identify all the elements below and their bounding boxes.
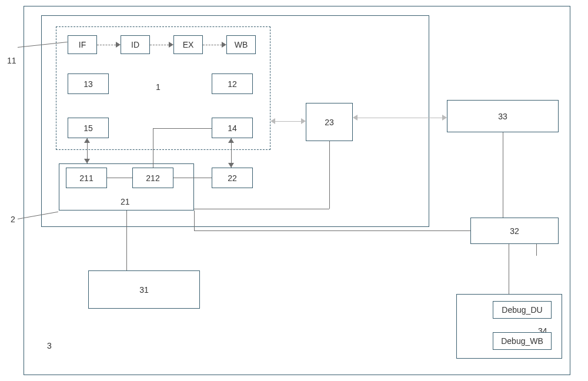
conn-212-14-v (153, 128, 153, 168)
arrow-if-id (97, 45, 116, 45)
conn-21-down-short (194, 210, 195, 231)
conn-23-33 (358, 118, 442, 118)
ah-21-down (84, 159, 90, 163)
conn-211-212 (107, 178, 132, 178)
conn-21-right (194, 209, 329, 209)
arrowhead-ex-wb (222, 42, 226, 48)
label-1: 1 (156, 82, 161, 92)
cell-15: 15 (68, 118, 109, 138)
label-3: 3 (47, 341, 52, 350)
cell-32: 32 (470, 218, 559, 244)
arrowhead-if-id (116, 42, 121, 48)
stage-id: ID (121, 35, 150, 54)
conn-32-34 (509, 244, 509, 294)
cell-212: 212 (132, 168, 173, 188)
stage-if: IF (68, 35, 97, 54)
conn-1-23 (275, 121, 301, 122)
conn-21-31 (126, 210, 127, 270)
conn-212-14-h (153, 128, 212, 129)
cell-debug-wb: Debug_WB (493, 332, 552, 350)
stage-ex: EX (173, 35, 203, 54)
stage-wb: WB (226, 35, 256, 54)
ah-23l (353, 115, 358, 121)
arrow-ex-wb (203, 45, 222, 45)
label-2: 2 (11, 215, 15, 224)
conn-23-down (329, 141, 330, 209)
ah-33r (442, 115, 447, 121)
cell-211: 211 (66, 168, 107, 188)
ah-15-up (84, 138, 90, 143)
cell-33: 33 (447, 100, 559, 132)
cell-23: 23 (306, 103, 353, 141)
cell-debug-du: Debug_DU (493, 301, 552, 319)
label-11: 11 (7, 56, 16, 65)
ah-1-left (270, 118, 275, 124)
ah-14-up (228, 138, 234, 143)
cell-13: 13 (68, 73, 109, 94)
diagram-canvas: 3 1 IF ID EX WB 13 12 15 14 21 211 212 2… (0, 0, 588, 381)
conn-32-21-h (194, 230, 470, 231)
label-21: 21 (121, 197, 130, 206)
conn-32-short (536, 244, 537, 256)
conn-33-32 (503, 132, 503, 218)
ah-23-right (301, 118, 306, 124)
ah-22-down (228, 163, 234, 168)
arrow-id-ex (150, 45, 169, 45)
cell-22: 22 (212, 168, 253, 188)
cell-14: 14 (212, 118, 253, 138)
conn-212-22 (173, 178, 212, 178)
arrowhead-id-ex (169, 42, 173, 48)
cell-12: 12 (212, 73, 253, 94)
cell-31: 31 (88, 270, 200, 309)
